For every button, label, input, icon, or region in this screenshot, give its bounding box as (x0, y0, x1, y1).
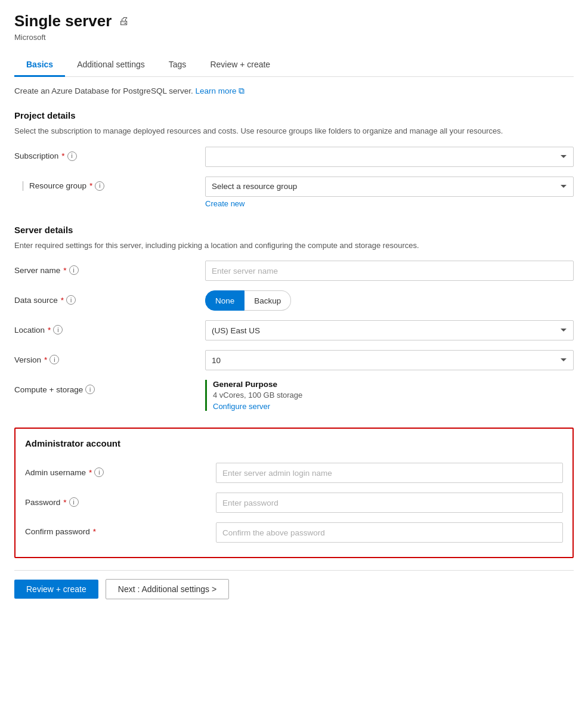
password-input[interactable] (216, 493, 563, 513)
admin-username-label: Admin username * i (25, 463, 216, 477)
print-icon[interactable]: 🖨 (119, 15, 129, 27)
review-create-button[interactable]: Review + create (14, 580, 98, 599)
version-control: 10 (205, 350, 574, 370)
data-source-backup-btn[interactable]: Backup (245, 290, 291, 311)
server-name-row: Server name * i (14, 261, 574, 281)
page-title: Single server (14, 12, 112, 30)
page-subtitle: Microsoft (14, 33, 574, 42)
admin-account-section: Administrator account Admin username * i… (14, 428, 574, 558)
confirm-password-label: Confirm password * (25, 522, 216, 536)
tab-bar: Basics Additional settings Tags Review +… (14, 54, 574, 77)
bottom-bar: Review + create Next : Additional settin… (14, 570, 574, 599)
resource-group-label-wrap: Resource group * i (14, 176, 205, 191)
version-row: Version * i 10 (14, 350, 574, 370)
password-row: Password * i (25, 493, 563, 513)
red-arrow-annotation (583, 256, 588, 286)
subscription-required: * (61, 151, 64, 160)
next-button[interactable]: Next : Additional settings > (106, 579, 229, 599)
server-name-input[interactable] (205, 261, 574, 281)
admin-account-title: Administrator account (25, 438, 563, 448)
admin-username-row: Admin username * i (25, 463, 563, 483)
data-source-label: Data source * i (14, 290, 205, 305)
compute-storage-label: Compute + storage i (14, 380, 205, 394)
project-details-description: Select the subscription to manage deploy… (14, 125, 574, 137)
project-details-section: Project details Select the subscription … (14, 110, 574, 208)
data-source-required: * (61, 296, 64, 305)
location-label: Location * i (14, 320, 205, 335)
confirm-password-required: * (93, 527, 96, 536)
compute-storage-control: General Purpose 4 vCores, 100 GB storage… (205, 380, 574, 411)
admin-username-control (216, 463, 563, 483)
location-info-icon[interactable]: i (53, 325, 63, 335)
password-info-icon[interactable]: i (69, 497, 79, 507)
location-row: Location * i (US) East US (14, 320, 574, 340)
server-name-control (205, 261, 574, 281)
compute-storage-display: General Purpose 4 vCores, 100 GB storage… (205, 380, 574, 411)
tab-basics[interactable]: Basics (14, 54, 65, 77)
tab-additional-settings[interactable]: Additional settings (65, 54, 157, 77)
data-source-info-icon[interactable]: i (66, 295, 76, 305)
data-source-row: Data source * i None Backup (14, 290, 574, 311)
admin-username-input[interactable] (216, 463, 563, 483)
location-required: * (48, 326, 51, 335)
server-details-section: Server details Enter required settings f… (14, 225, 574, 411)
compute-detail: 4 vCores, 100 GB storage (213, 391, 574, 400)
configure-server-link[interactable]: Configure server (213, 402, 270, 411)
data-source-toggle-group: None Backup (205, 290, 574, 311)
compute-storage-row: Compute + storage i General Purpose 4 vC… (14, 380, 574, 411)
version-info-icon[interactable]: i (49, 355, 59, 364)
resource-group-label: Resource group (29, 181, 86, 190)
resource-group-control: Select a resource group Create new (205, 176, 574, 208)
password-control (216, 493, 563, 513)
password-label: Password * i (25, 493, 216, 507)
location-control: (US) East US (205, 320, 574, 340)
confirm-password-control (216, 522, 563, 543)
subscription-label: Subscription * i (14, 147, 205, 161)
learn-more-link[interactable]: Learn more ⧉ (195, 86, 245, 95)
project-details-title: Project details (14, 110, 574, 120)
compute-tier: General Purpose (213, 380, 574, 389)
server-name-required: * (63, 266, 66, 275)
server-details-title: Server details (14, 225, 574, 235)
resource-group-info-icon[interactable]: i (95, 181, 104, 191)
resource-group-required: * (89, 181, 92, 190)
subscription-control (205, 147, 574, 167)
password-required: * (63, 498, 66, 507)
tab-tags[interactable]: Tags (157, 54, 199, 77)
version-label: Version * i (14, 350, 205, 364)
confirm-password-row: Confirm password * (25, 522, 563, 543)
admin-username-required: * (89, 468, 92, 477)
version-required: * (44, 355, 47, 364)
subscription-select[interactable] (205, 147, 574, 167)
data-source-none-btn[interactable]: None (205, 290, 245, 311)
subscription-info-icon[interactable]: i (67, 151, 77, 161)
server-details-description: Enter required settings for this server,… (14, 240, 574, 252)
server-name-label: Server name * i (14, 261, 205, 275)
subscription-row: Subscription * i (14, 147, 574, 167)
admin-username-info-icon[interactable]: i (94, 467, 104, 477)
version-select[interactable]: 10 (205, 350, 574, 370)
server-name-info-icon[interactable]: i (69, 265, 79, 275)
location-select[interactable]: (US) East US (205, 320, 574, 340)
create-new-link[interactable]: Create new (205, 199, 245, 208)
compute-storage-info-icon[interactable]: i (85, 385, 95, 394)
resource-group-select[interactable]: Select a resource group (205, 176, 574, 197)
resource-group-row: Resource group * i Select a resource gro… (14, 176, 574, 208)
data-source-control: None Backup (205, 290, 574, 311)
page-description: Create an Azure Database for PostgreSQL … (14, 86, 574, 96)
confirm-password-input[interactable] (216, 522, 563, 543)
tab-review-create[interactable]: Review + create (198, 54, 282, 77)
